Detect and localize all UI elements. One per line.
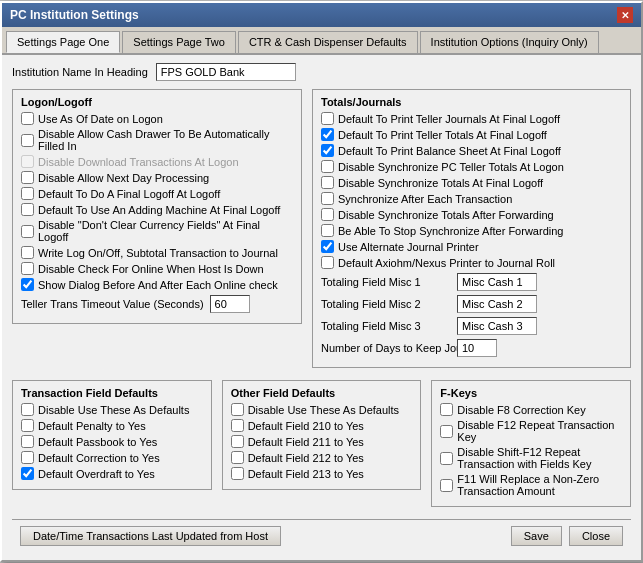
page-content: Institution Name In Heading Logon/Logoff… [2,55,641,560]
tj-alternate-printer-label: Use Alternate Journal Printer [338,241,479,253]
days-to-keep-input[interactable] [457,339,497,357]
timeout-input[interactable] [210,295,250,313]
right-column: Totals/Journals Default To Print Teller … [312,89,631,374]
tj-print-journals-label: Default To Print Teller Journals At Fina… [338,113,560,125]
fkeys-f8[interactable] [440,403,453,416]
tab-settings-page-one[interactable]: Settings Page One [6,31,120,53]
tfd-penalty-label: Default Penalty to Yes [38,420,146,432]
list-item: Disable Synchronize Totals After Forward… [321,208,622,221]
list-item: Default Passbook to Yes [21,435,203,448]
tfd-correction[interactable] [21,451,34,464]
totaling-field-3-row: Totaling Field Misc 3 [321,317,622,335]
logon-dont-clear-label: Disable "Don't Clear Currency Fields" At… [38,219,293,243]
left-column: Logon/Logoff Use As Of Date on Logon Dis… [12,89,302,374]
tj-sync-each-trans[interactable] [321,192,334,205]
tfd-disable[interactable] [21,403,34,416]
tj-print-totals-label: Default To Print Teller Totals At Final … [338,129,547,141]
totals-journals-title: Totals/Journals [321,96,622,108]
tj-sync-each-trans-label: Synchronize After Each Transaction [338,193,512,205]
list-item: Use As Of Date on Logon [21,112,293,125]
logon-disable-download-label: Disable Download Transactions At Logon [38,156,239,168]
logon-disable-download[interactable] [21,155,34,168]
tj-disable-sync-logon[interactable] [321,160,334,173]
fkeys-f8-label: Disable F8 Correction Key [457,404,585,416]
totaling-field-3-input[interactable] [457,317,537,335]
logon-adding-machine[interactable] [21,203,34,216]
tab-ctr-cash[interactable]: CTR & Cash Dispenser Defaults [238,31,418,53]
timeout-row: Teller Trans Timeout Value (Seconds) [21,295,293,313]
logon-use-as-of-date[interactable] [21,112,34,125]
tj-stop-sync[interactable] [321,224,334,237]
logon-disable-cash-drawer[interactable] [21,134,34,147]
date-time-button[interactable]: Date/Time Transactions Last Updated from… [20,526,281,546]
close-icon[interactable]: ✕ [617,7,633,23]
save-button[interactable]: Save [511,526,562,546]
totaling-field-1-input[interactable] [457,273,537,291]
logon-disable-cash-drawer-label: Disable Allow Cash Drawer To Be Automati… [38,128,293,152]
title-bar: PC Institution Settings ✕ [2,3,641,27]
tj-stop-sync-label: Be Able To Stop Synchronize After Forwar… [338,225,563,237]
logon-adding-machine-label: Default To Use An Adding Machine At Fina… [38,204,280,216]
list-item: Write Log On/Off, Subtotal Transaction t… [21,246,293,259]
fkeys-shift-f12[interactable] [440,452,453,465]
bottom-section: Transaction Field Defaults Disable Use T… [12,380,631,513]
tj-axiohm-printer[interactable] [321,256,334,269]
logon-logoff-section: Logon/Logoff Use As Of Date on Logon Dis… [12,89,302,324]
tfd-passbook[interactable] [21,435,34,448]
logon-final-logoff[interactable] [21,187,34,200]
totaling-field-2-input[interactable] [457,295,537,313]
ofd-212[interactable] [231,451,244,464]
tj-disable-sync-logoff-label: Disable Synchronize Totals At Final Logo… [338,177,543,189]
fkeys-f12[interactable] [440,425,453,438]
tab-institution-options[interactable]: Institution Options (Inquiry Only) [420,31,599,53]
logon-dont-clear[interactable] [21,225,34,238]
logon-disable-check-online[interactable] [21,262,34,275]
list-item: Default To Print Balance Sheet At Final … [321,144,622,157]
logon-disable-check-online-label: Disable Check For Online When Host Is Do… [38,263,264,275]
institution-name-input[interactable] [156,63,296,81]
logon-use-as-of-date-label: Use As Of Date on Logon [38,113,163,125]
tj-disable-sync-logoff[interactable] [321,176,334,189]
tfd-title: Transaction Field Defaults [21,387,203,399]
list-item: Disable F12 Repeat Transaction Key [440,419,622,443]
ofd-211[interactable] [231,435,244,448]
tfd-overdraft-label: Default Overdraft to Yes [38,468,155,480]
tj-alternate-printer[interactable] [321,240,334,253]
list-item: Be Able To Stop Synchronize After Forwar… [321,224,622,237]
logon-disable-next-day[interactable] [21,171,34,184]
tfd-penalty[interactable] [21,419,34,432]
list-item: Default Field 210 to Yes [231,419,413,432]
list-item: Disable Shift-F12 Repeat Transaction wit… [440,446,622,470]
ofd-210[interactable] [231,419,244,432]
logon-final-logoff-label: Default To Do A Final Logoff At Logoff [38,188,220,200]
logon-write-log[interactable] [21,246,34,259]
fkeys-shift-f12-label: Disable Shift-F12 Repeat Transaction wit… [457,446,622,470]
close-button[interactable]: Close [569,526,623,546]
tj-axiohm-printer-label: Default Axiohm/Nexus Printer to Journal … [338,257,555,269]
fkeys-f11[interactable] [440,479,453,492]
list-item: Default Axiohm/Nexus Printer to Journal … [321,256,622,269]
list-item: Disable "Don't Clear Currency Fields" At… [21,219,293,243]
tfd-overdraft[interactable] [21,467,34,480]
tj-disable-sync-forwarding[interactable] [321,208,334,221]
tj-print-balance[interactable] [321,144,334,157]
list-item: Disable Allow Next Day Processing [21,171,293,184]
ofd-213-label: Default Field 213 to Yes [248,468,364,480]
list-item: Use Alternate Journal Printer [321,240,622,253]
tj-print-journals[interactable] [321,112,334,125]
ofd-213[interactable] [231,467,244,480]
list-item: Synchronize After Each Transaction [321,192,622,205]
list-item: Disable F8 Correction Key [440,403,622,416]
list-item: F11 Will Replace a Non-Zero Transaction … [440,473,622,497]
tj-print-totals[interactable] [321,128,334,141]
list-item: Disable Synchronize Totals At Final Logo… [321,176,622,189]
logon-show-dialog[interactable] [21,278,34,291]
tab-settings-page-two[interactable]: Settings Page Two [122,31,236,53]
ofd-210-label: Default Field 210 to Yes [248,420,364,432]
tfd-disable-label: Disable Use These As Defaults [38,404,189,416]
list-item: Default To Print Teller Totals At Final … [321,128,622,141]
ofd-disable[interactable] [231,403,244,416]
list-item: Default Penalty to Yes [21,419,203,432]
totaling-field-1-row: Totaling Field Misc 1 [321,273,622,291]
other-field-defaults-col: Other Field Defaults Disable Use These A… [222,380,422,513]
